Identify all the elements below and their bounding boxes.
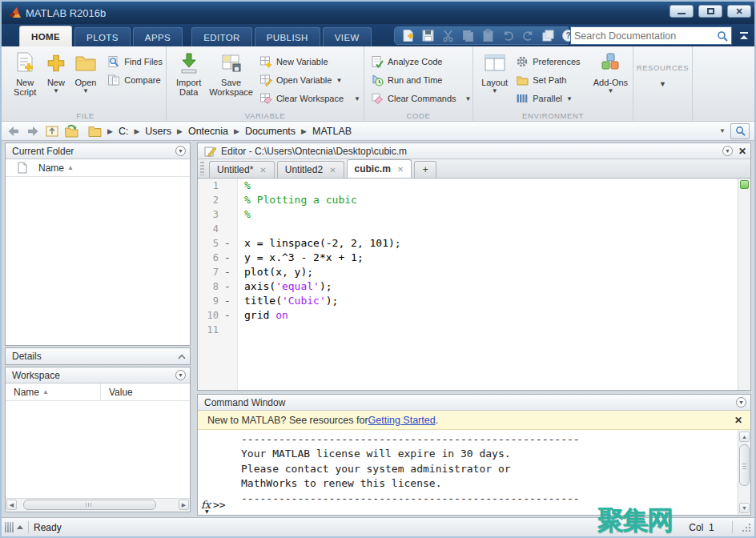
save-icon[interactable] xyxy=(421,29,435,42)
compare-button[interactable]: Compare xyxy=(107,73,163,87)
current-folder-menu-button[interactable]: ▼ xyxy=(175,146,186,156)
paste-icon[interactable] xyxy=(481,29,495,42)
matlab-logo-icon xyxy=(8,6,22,19)
tab-close-icon[interactable]: ✕ xyxy=(329,166,336,175)
breadcrumb-item-drive[interactable]: C: xyxy=(119,126,129,137)
up-one-level-button[interactable] xyxy=(45,124,59,139)
details-panel: Details xyxy=(5,347,191,365)
cut-icon[interactable] xyxy=(441,29,455,42)
ribbon-section-file: New Script New ▼ Open ▼ xyxy=(5,46,167,121)
banner-text-suffix: . xyxy=(436,415,438,426)
add-ons-button[interactable]: Add-Ons ▼ xyxy=(592,49,629,94)
breadcrumb-item-users[interactable]: Users xyxy=(145,126,171,137)
compare-icon xyxy=(107,74,120,86)
new-file-icon[interactable] xyxy=(401,29,415,42)
new-editor-tab-button[interactable]: + xyxy=(414,161,436,178)
window-layout-icon[interactable] xyxy=(541,29,555,42)
open-variable-button[interactable]: Open Variable ▼ xyxy=(259,73,360,87)
tab-home[interactable]: HOME xyxy=(19,26,72,46)
resize-grip-icon[interactable] xyxy=(741,522,751,532)
new-script-icon xyxy=(14,52,35,74)
quick-access-toolbar: ? xyxy=(394,26,569,45)
breadcrumb-item-documents[interactable]: Documents xyxy=(245,126,296,137)
workspace-horizontal-scrollbar[interactable]: ◀ ▶ xyxy=(6,498,190,512)
tab-plots[interactable]: PLOTS xyxy=(74,27,131,46)
collapse-chevron-icon[interactable] xyxy=(178,354,186,359)
command-window-scrollbar[interactable]: ▲ ▼ xyxy=(738,430,750,515)
editor-tab-untitled[interactable]: Untitled* ✕ xyxy=(209,161,275,178)
command-prompt-row: fx▼ >> xyxy=(198,499,226,511)
find-files-button[interactable]: Find Files xyxy=(107,54,163,69)
parallel-button[interactable]: Parallel ▼ xyxy=(516,91,591,106)
code-editor-area[interactable]: 1% 2% Plotting a cubic 3% 4 5-x = linspa… xyxy=(198,179,738,390)
run-and-time-button[interactable]: Run and Time xyxy=(371,73,472,87)
workspace-menu-button[interactable]: ▼ xyxy=(175,370,186,380)
breadcrumb: ▶ C: ▶ Users ▶ Ontecnia ▶ Documents ▶ MA… xyxy=(88,125,352,137)
copy-icon[interactable] xyxy=(461,29,475,42)
parallel-dropdown-icon: ▼ xyxy=(566,95,573,102)
maximize-button[interactable] xyxy=(698,5,722,18)
editor-tab-cubic[interactable]: cubic.m ✕ xyxy=(347,159,412,178)
workspace-column-header[interactable]: Name ▲ Value xyxy=(6,383,190,401)
analyze-code-button[interactable]: Analyze Code xyxy=(371,54,472,69)
minimize-ribbon-button[interactable] xyxy=(735,26,753,45)
details-header[interactable]: Details xyxy=(6,348,190,364)
new-button[interactable]: New ▼ xyxy=(42,49,70,94)
scroll-up-icon[interactable]: ▲ xyxy=(739,432,750,442)
clear-commands-button[interactable]: Clear Commands ▼ xyxy=(371,91,472,106)
open-button[interactable]: Open ▼ xyxy=(70,49,102,94)
new-script-button[interactable]: New Script xyxy=(8,49,42,97)
current-folder-file-list[interactable] xyxy=(6,177,190,345)
banner-close-button[interactable]: ✕ xyxy=(734,415,742,426)
editor-menu-button[interactable]: ▼ xyxy=(722,146,733,156)
minimize-button[interactable] xyxy=(670,5,694,18)
workspace-variable-list[interactable] xyxy=(6,401,190,498)
sort-ascending-icon: ▲ xyxy=(67,164,74,171)
save-workspace-label: Save Workspace xyxy=(207,78,255,97)
back-button[interactable] xyxy=(6,124,21,139)
tab-editor[interactable]: EDITOR xyxy=(191,27,252,46)
command-prompt[interactable]: >> xyxy=(211,499,226,511)
scrollbar-thumb[interactable] xyxy=(739,444,750,486)
tab-apps[interactable]: APPS xyxy=(133,27,183,46)
tab-view[interactable]: VIEW xyxy=(323,27,372,46)
breadcrumb-item-matlab[interactable]: MATLAB xyxy=(312,126,352,137)
tab-close-icon[interactable]: ✕ xyxy=(397,165,404,174)
current-folder-column-header[interactable]: Name ▲ xyxy=(6,159,190,177)
import-data-button[interactable]: Import Data xyxy=(170,49,207,97)
tab-publish[interactable]: PUBLISH xyxy=(255,27,320,46)
editor-tab-untitled2[interactable]: Untitled2 ✕ xyxy=(277,161,344,178)
tab-close-icon[interactable]: ✕ xyxy=(259,166,266,175)
getting-started-link[interactable]: Getting Started xyxy=(368,415,436,426)
search-icon[interactable] xyxy=(717,30,728,42)
redo-icon[interactable] xyxy=(521,29,535,42)
ribbon-section-resources[interactable]: RESOURCES ▼ xyxy=(633,46,693,121)
forward-button[interactable] xyxy=(26,124,40,139)
set-path-button[interactable]: Set Path xyxy=(516,73,591,87)
address-dropdown-icon[interactable]: ▼ xyxy=(719,127,726,134)
search-documentation-input[interactable] xyxy=(574,30,717,42)
drag-grip-icon[interactable] xyxy=(200,162,204,175)
clear-workspace-button[interactable]: Clear Workspace ▼ xyxy=(259,91,360,106)
undo-icon[interactable] xyxy=(501,29,515,42)
scroll-right-icon[interactable]: ▶ xyxy=(179,500,189,510)
scrollbar-thumb[interactable] xyxy=(23,500,156,510)
browse-for-folder-button[interactable] xyxy=(64,124,78,139)
command-window-menu-button[interactable]: ▼ xyxy=(736,397,746,408)
save-workspace-button[interactable]: Save Workspace xyxy=(207,49,255,97)
editor-message-bar[interactable] xyxy=(738,179,750,390)
preferences-button[interactable]: Preferences xyxy=(516,54,591,69)
search-folder-button[interactable] xyxy=(730,123,750,139)
function-hints-button[interactable]: fx▼ xyxy=(198,499,211,511)
scroll-left-icon[interactable]: ◀ xyxy=(6,500,17,510)
scroll-down-icon[interactable]: ▼ xyxy=(739,503,750,513)
breadcrumb-item-user[interactable]: Ontecnia xyxy=(188,126,228,137)
layout-button[interactable]: Layout ▼ xyxy=(477,49,513,94)
editor-close-button[interactable]: ✕ xyxy=(738,146,746,157)
new-variable-button[interactable]: New Variable xyxy=(259,54,360,69)
preferences-gear-icon xyxy=(516,55,529,68)
code-analyzer-indicator[interactable] xyxy=(740,180,749,189)
close-button[interactable]: ✕ xyxy=(727,5,751,18)
status-popup-icon[interactable] xyxy=(17,525,23,529)
parallel-pool-status-icon[interactable] xyxy=(5,522,14,532)
